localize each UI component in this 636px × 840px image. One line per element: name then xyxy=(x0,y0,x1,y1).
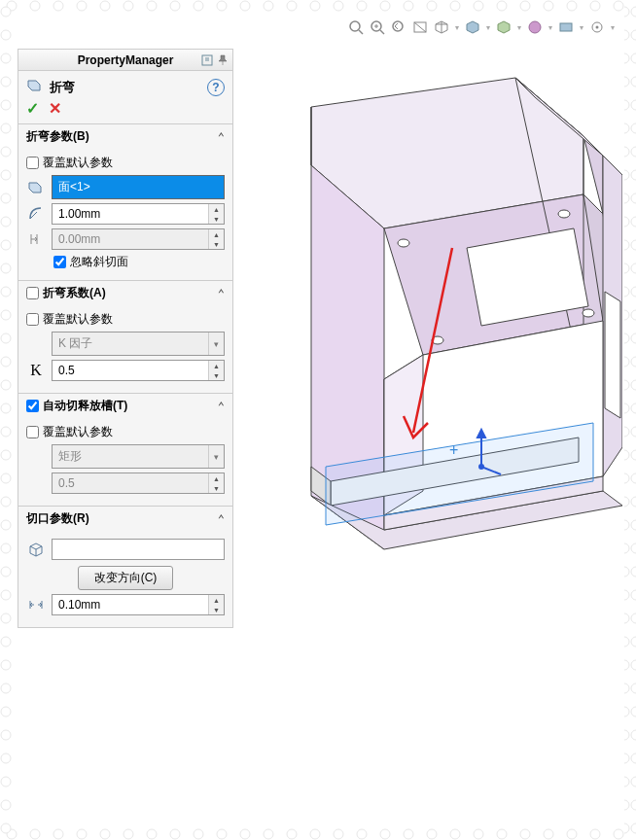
cut-selection[interactable] xyxy=(52,539,225,560)
prev-view-icon[interactable] xyxy=(389,18,408,37)
dropdown-arrow-icon[interactable]: ▾ xyxy=(578,18,585,37)
section-title: 切口参数(R) xyxy=(26,510,89,527)
svg-line-7 xyxy=(359,30,363,34)
dropdown-arrow-icon[interactable]: ▾ xyxy=(484,18,492,37)
svg-point-6 xyxy=(350,21,360,31)
bend-radius-input[interactable]: 1.00mm ▲▼ xyxy=(52,203,225,225)
override-default-checkbox[interactable]: 覆盖默认参数 xyxy=(26,311,225,328)
relief-type-value: 矩形 xyxy=(53,445,208,468)
svg-rect-3 xyxy=(0,828,636,840)
3d-model: + xyxy=(233,49,622,671)
pm-keep-visible-icon[interactable] xyxy=(199,52,215,68)
auto-relief-enable-input[interactable] xyxy=(26,400,39,412)
spin-down-icon[interactable]: ▼ xyxy=(209,370,224,380)
factor-type-value: K 因子 xyxy=(53,332,208,355)
view-orient-icon[interactable] xyxy=(432,18,451,37)
relief-type-dropdown: 矩形 ▾ xyxy=(52,444,225,469)
cut-body-icon xyxy=(26,540,46,559)
view-toolbar: ▾ ▾ ▾ ▾ ▾ ▾ xyxy=(346,18,617,37)
section-title: 折弯系数(A) xyxy=(43,285,106,301)
section-bend-factor-body: 覆盖默认参数 K 因子 ▾ K 0.5 ▲▼ xyxy=(18,305,232,393)
svg-point-18 xyxy=(596,26,599,29)
face-selection[interactable]: 面<1> xyxy=(52,175,225,199)
dropdown-arrow-icon: ▾ xyxy=(208,332,224,355)
override-default-input[interactable] xyxy=(26,426,39,438)
3d-viewport[interactable]: + xyxy=(233,49,624,828)
svg-line-9 xyxy=(380,30,384,34)
help-button[interactable]: ? xyxy=(207,79,225,96)
svg-rect-4 xyxy=(0,0,12,840)
svg-rect-2 xyxy=(0,0,636,12)
override-default-checkbox[interactable]: 覆盖默认参数 xyxy=(26,155,225,171)
display-style-icon[interactable] xyxy=(463,18,482,37)
spin-down-icon: ▼ xyxy=(209,483,224,493)
dropdown-arrow-icon[interactable]: ▾ xyxy=(609,18,617,37)
relief-ratio-value: 0.5 xyxy=(53,473,208,493)
offset-input: 0.00mm ▲▼ xyxy=(52,228,225,250)
bend-factor-enable-input[interactable] xyxy=(26,287,39,299)
dropdown-arrow-icon[interactable]: ▾ xyxy=(515,18,523,37)
section-auto-relief-body: 覆盖默认参数 矩形 ▾ 0.5 ▲▼ xyxy=(18,418,232,506)
svg-marker-42 xyxy=(605,292,620,418)
ok-button[interactable]: ✓ xyxy=(26,99,39,118)
change-direction-button[interactable]: 改变方向(C) xyxy=(78,566,174,590)
override-default-label: 覆盖默认参数 xyxy=(43,155,113,171)
override-default-input[interactable] xyxy=(26,157,39,169)
k-factor-label: K xyxy=(26,362,46,379)
spin-up-icon[interactable]: ▲ xyxy=(209,595,224,605)
collapse-icon[interactable]: ⌃ xyxy=(218,130,225,144)
section-cut-params-body: 改变方向(C) 0.10mm ▲▼ xyxy=(18,531,232,627)
section-bend-params-head[interactable]: 折弯参数(B) ⌃ xyxy=(18,123,232,149)
section-bend-factor-head[interactable]: 折弯系数(A) ⌃ xyxy=(18,280,232,305)
k-factor-input[interactable]: 0.5 ▲▼ xyxy=(52,360,225,381)
face-select-icon xyxy=(26,178,46,197)
override-default-checkbox[interactable]: 覆盖默认参数 xyxy=(26,424,225,440)
ignore-bevel-checkbox[interactable]: 忽略斜切面 xyxy=(53,254,225,270)
section-view-icon[interactable] xyxy=(410,18,430,37)
ignore-bevel-input[interactable] xyxy=(53,256,66,268)
section-auto-relief-head[interactable]: 自动切释放槽(T) ⌃ xyxy=(18,393,232,418)
edit-appearance-icon[interactable] xyxy=(525,18,545,37)
bend-feature-icon xyxy=(26,77,44,97)
svg-line-14 xyxy=(414,22,426,32)
pm-pushpin-icon[interactable] xyxy=(215,52,230,68)
svg-point-44 xyxy=(558,210,570,218)
spin-up-icon[interactable]: ▲ xyxy=(209,204,224,214)
auto-relief-enable[interactable]: 自动切释放槽(T) xyxy=(26,398,127,414)
svg-point-12 xyxy=(393,21,403,31)
collapse-icon[interactable]: ⌃ xyxy=(218,400,225,413)
dropdown-arrow-icon[interactable]: ▾ xyxy=(453,18,461,37)
feature-title: 折弯 xyxy=(50,79,75,96)
dropdown-arrow-icon[interactable]: ▾ xyxy=(547,18,554,37)
spin-up-icon: ▲ xyxy=(209,229,224,239)
hide-show-icon[interactable] xyxy=(494,18,513,37)
svg-rect-16 xyxy=(560,23,572,31)
cancel-button[interactable]: ✕ xyxy=(49,99,61,118)
override-default-label: 覆盖默认参数 xyxy=(43,424,113,440)
svg-rect-5 xyxy=(624,0,636,840)
spin-down-icon[interactable]: ▼ xyxy=(209,605,224,614)
zoom-fit-icon[interactable] xyxy=(346,18,366,37)
override-default-label: 覆盖默认参数 xyxy=(43,311,113,328)
section-title: 折弯参数(B) xyxy=(26,128,89,145)
section-bend-params-body: 覆盖默认参数 面<1> 1.00mm ▲▼ 0.00mm ▲▼ xyxy=(18,149,232,280)
bend-radius-icon xyxy=(26,204,46,224)
view-settings-icon[interactable] xyxy=(587,18,607,37)
zoom-area-icon[interactable] xyxy=(368,18,387,37)
section-cut-params-head[interactable]: 切口参数(R) ⌃ xyxy=(18,506,232,531)
spin-up-icon[interactable]: ▲ xyxy=(209,361,224,370)
spin-down-icon: ▼ xyxy=(209,239,224,249)
offset-icon xyxy=(26,229,46,249)
pm-okcancel: ✓ ✕ xyxy=(18,99,232,123)
apply-scene-icon[interactable] xyxy=(556,18,576,37)
svg-point-46 xyxy=(583,309,594,317)
bend-factor-enable[interactable]: 折弯系数(A) xyxy=(26,285,106,301)
bend-radius-value: 1.00mm xyxy=(53,204,208,224)
collapse-icon[interactable]: ⌃ xyxy=(218,287,225,300)
pm-header: PropertyManager xyxy=(18,50,232,71)
origin-marker-icon: + xyxy=(449,441,458,458)
collapse-icon[interactable]: ⌃ xyxy=(218,512,225,526)
spin-down-icon[interactable]: ▼ xyxy=(209,214,224,224)
override-default-input[interactable] xyxy=(26,313,39,326)
gap-input[interactable]: 0.10mm ▲▼ xyxy=(52,594,225,615)
